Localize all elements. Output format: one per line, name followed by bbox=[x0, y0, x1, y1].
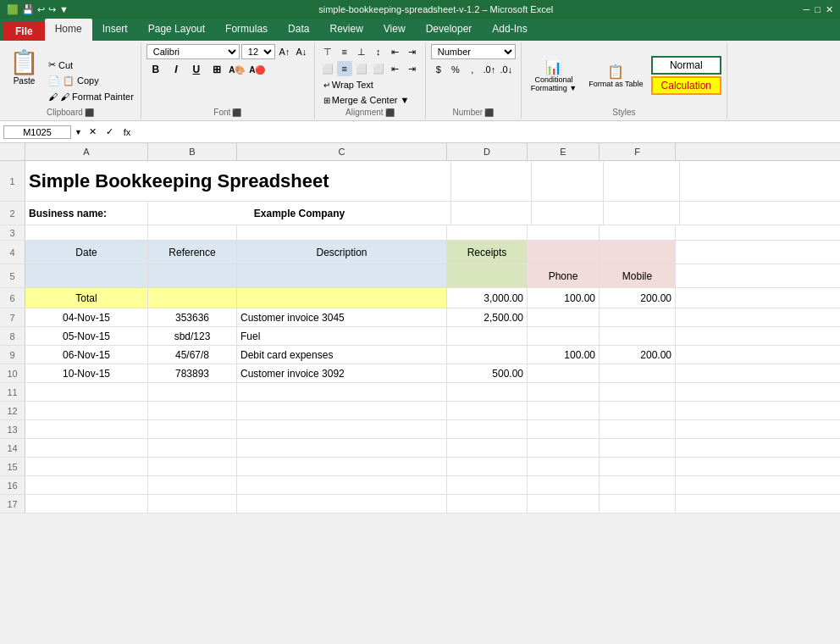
cell-a2[interactable]: Business name: bbox=[25, 202, 148, 225]
align-middle-btn[interactable]: ≡ bbox=[337, 44, 352, 59]
save-icon[interactable]: 💾 bbox=[22, 4, 34, 15]
cell-e4[interactable] bbox=[528, 241, 600, 264]
cell-b12[interactable] bbox=[148, 402, 237, 419]
style-calculation-button[interactable]: Calculation bbox=[651, 76, 721, 95]
cell-f5[interactable]: Mobile bbox=[600, 264, 676, 287]
col-header-b[interactable]: B bbox=[148, 143, 237, 160]
insert-function-btn[interactable]: fx bbox=[119, 125, 135, 140]
bold-button[interactable]: B bbox=[146, 61, 165, 78]
cell-f2[interactable] bbox=[604, 202, 680, 225]
tab-file[interactable]: File bbox=[3, 22, 45, 41]
cell-d9[interactable] bbox=[447, 346, 528, 364]
align-center-btn[interactable]: ≡ bbox=[337, 61, 352, 76]
cell-b2[interactable]: Example Company bbox=[148, 202, 451, 225]
indent-decrease-btn[interactable]: ⇤ bbox=[388, 44, 403, 59]
cell-e7[interactable] bbox=[528, 308, 600, 326]
cell-c9[interactable]: Debit card expenses bbox=[237, 346, 447, 364]
cell-f13[interactable] bbox=[600, 420, 676, 438]
align-top-btn[interactable]: ⊤ bbox=[320, 44, 335, 59]
cell-a7[interactable]: 04-Nov-15 bbox=[25, 308, 148, 326]
col-header-e[interactable]: E bbox=[528, 143, 600, 160]
format-as-table-button[interactable]: 📋 Format as Table bbox=[584, 61, 647, 91]
cell-c13[interactable] bbox=[237, 420, 447, 438]
cell-e5[interactable]: Phone bbox=[528, 264, 600, 287]
cell-e14[interactable] bbox=[528, 439, 600, 457]
font-expand-icon[interactable]: ⬛ bbox=[232, 108, 241, 117]
cell-e11[interactable] bbox=[528, 383, 600, 401]
cell-c7[interactable]: Customer invoice 3045 bbox=[237, 308, 447, 326]
cell-c5[interactable] bbox=[237, 264, 447, 287]
italic-button[interactable]: I bbox=[167, 61, 185, 78]
cell-e2[interactable] bbox=[532, 202, 604, 225]
number-expand-icon[interactable]: ⬛ bbox=[484, 108, 494, 117]
cell-d6[interactable]: 3,000.00 bbox=[447, 288, 528, 308]
formula-input[interactable] bbox=[138, 126, 837, 138]
cell-f11[interactable] bbox=[600, 383, 676, 401]
cell-d1[interactable] bbox=[451, 161, 532, 201]
cell-a15[interactable] bbox=[25, 458, 148, 475]
maximize-btn[interactable]: □ bbox=[815, 4, 821, 15]
format-painter-button[interactable]: 🖌 🖌 Format Painter bbox=[45, 90, 137, 103]
increase-font-btn[interactable]: A↑ bbox=[277, 44, 292, 59]
cell-b13[interactable] bbox=[148, 420, 237, 438]
cell-f14[interactable] bbox=[600, 439, 676, 457]
cell-d7[interactable]: 2,500.00 bbox=[447, 308, 528, 326]
cell-d16[interactable] bbox=[447, 476, 528, 494]
col-header-a[interactable]: A bbox=[25, 143, 148, 160]
merge-center-button[interactable]: ⊞ Merge & Center ▼ bbox=[320, 93, 413, 107]
cell-a1[interactable]: Simple Bookkeeping Spreadsheet bbox=[25, 161, 451, 201]
alignment-expand-icon[interactable]: ⬛ bbox=[385, 108, 395, 117]
align-right-btn[interactable]: ⬜ bbox=[354, 61, 369, 76]
undo-icon[interactable]: ↩ bbox=[37, 4, 45, 15]
tab-developer[interactable]: Developer bbox=[416, 19, 483, 41]
cell-e9[interactable]: 100.00 bbox=[528, 346, 600, 364]
cell-c8[interactable]: Fuel bbox=[237, 327, 447, 345]
cell-a16[interactable] bbox=[25, 476, 148, 494]
cell-b7[interactable]: 353636 bbox=[148, 308, 237, 326]
tab-page-layout[interactable]: Page Layout bbox=[138, 19, 215, 41]
cell-d10[interactable]: 500.00 bbox=[447, 364, 528, 382]
indent2-btn[interactable]: ⇥ bbox=[405, 61, 420, 76]
cell-c14[interactable] bbox=[237, 439, 447, 457]
col-header-d[interactable]: D bbox=[447, 143, 528, 160]
cut-button[interactable]: ✂ Cut bbox=[45, 58, 137, 72]
cell-d8[interactable] bbox=[447, 327, 528, 345]
cell-a5[interactable] bbox=[25, 264, 148, 287]
font-name-select[interactable]: Calibri bbox=[146, 44, 240, 59]
cell-a10[interactable]: 10-Nov-15 bbox=[25, 364, 148, 382]
cell-f6[interactable]: 200.00 bbox=[600, 288, 676, 308]
cell-f16[interactable] bbox=[600, 476, 676, 494]
comma-btn[interactable]: , bbox=[465, 62, 480, 77]
cell-d2[interactable] bbox=[451, 202, 532, 225]
cell-a12[interactable] bbox=[25, 402, 148, 419]
cell-b5[interactable] bbox=[148, 264, 237, 287]
cell-b4[interactable]: Reference bbox=[148, 241, 237, 264]
col-header-f[interactable]: F bbox=[600, 143, 676, 160]
cell-b8[interactable]: sbd/123 bbox=[148, 327, 237, 345]
wrap-text-button[interactable]: ↵ Wrap Text bbox=[320, 78, 377, 92]
cell-d11[interactable] bbox=[447, 383, 528, 401]
number-format-select[interactable]: Number bbox=[431, 44, 516, 59]
cell-b9[interactable]: 45/67/8 bbox=[148, 346, 237, 364]
cell-c3[interactable] bbox=[237, 225, 447, 240]
decrease-font-btn[interactable]: A↓ bbox=[294, 44, 309, 59]
conditional-formatting-button[interactable]: 📊 ConditionalFormatting ▼ bbox=[527, 57, 581, 95]
cell-d12[interactable] bbox=[447, 402, 528, 419]
percent-btn[interactable]: % bbox=[448, 62, 463, 77]
font-color-button[interactable]: A🔴 bbox=[248, 61, 267, 78]
confirm-formula-btn[interactable]: ✓ bbox=[102, 125, 118, 140]
fill-color-button[interactable]: A🎨 bbox=[228, 61, 246, 78]
cell-c10[interactable]: Customer invoice 3092 bbox=[237, 364, 447, 382]
cell-c4[interactable]: Description bbox=[237, 241, 447, 264]
cell-b17[interactable] bbox=[148, 495, 237, 513]
cell-a3[interactable] bbox=[25, 225, 148, 240]
cell-c6[interactable] bbox=[237, 288, 447, 308]
cell-e6[interactable]: 100.00 bbox=[528, 288, 600, 308]
tab-formulas[interactable]: Formulas bbox=[215, 19, 278, 41]
cell-f12[interactable] bbox=[600, 402, 676, 419]
cell-d4[interactable]: Receipts bbox=[447, 241, 528, 264]
cell-e12[interactable] bbox=[528, 402, 600, 419]
cell-d13[interactable] bbox=[447, 420, 528, 438]
cell-f8[interactable] bbox=[600, 327, 676, 345]
cell-d15[interactable] bbox=[447, 458, 528, 475]
